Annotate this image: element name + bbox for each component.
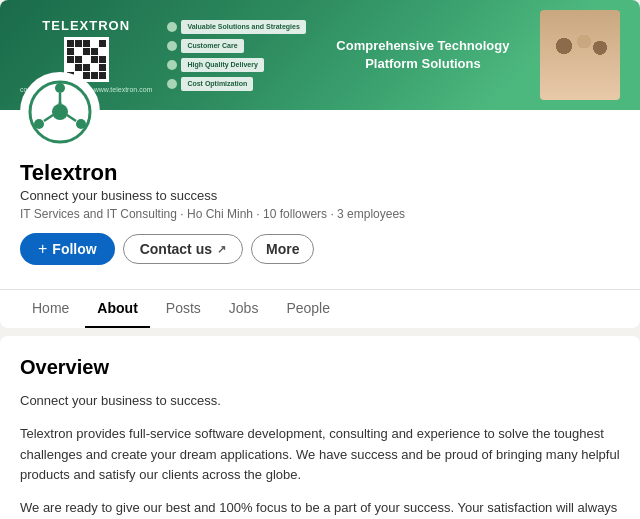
banner-features: Valuable Solutions and Strategies Custom… [167,20,305,91]
banner-tagline: Comprehensive Technology Platform Soluti… [316,37,530,73]
svg-line-6 [67,115,76,121]
tab-jobs[interactable]: Jobs [217,290,271,328]
overview-card: Overview Connect your business to succes… [0,336,640,519]
contact-us-button[interactable]: Contact us ↗ [123,234,243,264]
banner-feature-2: Customer Care [167,39,305,53]
banner-feature-4: Cost Optimization [167,77,305,91]
svg-marker-8 [55,100,65,108]
overview-paragraph-3: We are ready to give our best and 100% f… [20,498,620,519]
feature-dot-icon [167,22,177,32]
feature-label: Valuable Solutions and Strategies [187,23,299,30]
company-avatar [20,72,100,152]
company-logo-icon [26,78,94,146]
follow-label: Follow [52,241,96,257]
company-name: Telextron [20,160,620,186]
company-tagline: Connect your business to success [20,188,620,203]
svg-line-7 [44,115,53,121]
contact-us-label: Contact us [140,241,212,257]
tab-posts[interactable]: Posts [154,290,213,328]
svg-point-2 [55,83,65,93]
banner-feature-1: Valuable Solutions and Strategies [167,20,305,34]
more-button[interactable]: More [251,234,314,264]
feature-label: Cost Optimization [187,80,247,87]
feature-dot-icon [167,79,177,89]
avatar-section: Telextron Connect your business to succe… [0,110,640,283]
nav-tabs: Home About Posts Jobs People [0,289,640,328]
feature-dot-icon [167,60,177,70]
external-link-icon: ↗ [217,243,226,256]
company-meta: IT Services and IT Consulting · Ho Chi M… [20,207,620,221]
more-label: More [266,241,299,257]
overview-paragraph-2: Telextron provides full-service software… [20,424,620,486]
banner-feature-3: High Quality Delivery [167,58,305,72]
follow-button[interactable]: + Follow [20,233,115,265]
tab-people[interactable]: People [274,290,342,328]
svg-point-4 [34,119,44,129]
feature-label: High Quality Delivery [187,61,257,68]
svg-point-3 [76,119,86,129]
action-buttons: + Follow Contact us ↗ More [20,233,620,265]
company-banner: TELEXTRON contact@telextron.com www.tele… [0,0,640,110]
feature-dot-icon [167,41,177,51]
profile-card: TELEXTRON contact@telextron.com www.tele… [0,0,640,328]
overview-paragraph-1: Connect your business to success. [20,391,620,412]
banner-photo [540,10,620,100]
profile-info: Telextron Connect your business to succe… [20,110,620,265]
banner-photo-people [540,10,620,100]
tab-home[interactable]: Home [20,290,81,328]
overview-title: Overview [20,356,620,379]
feature-label: Customer Care [187,42,237,49]
tab-about[interactable]: About [85,290,149,328]
plus-icon: + [38,240,47,258]
banner-company-name: TELEXTRON [42,18,130,33]
